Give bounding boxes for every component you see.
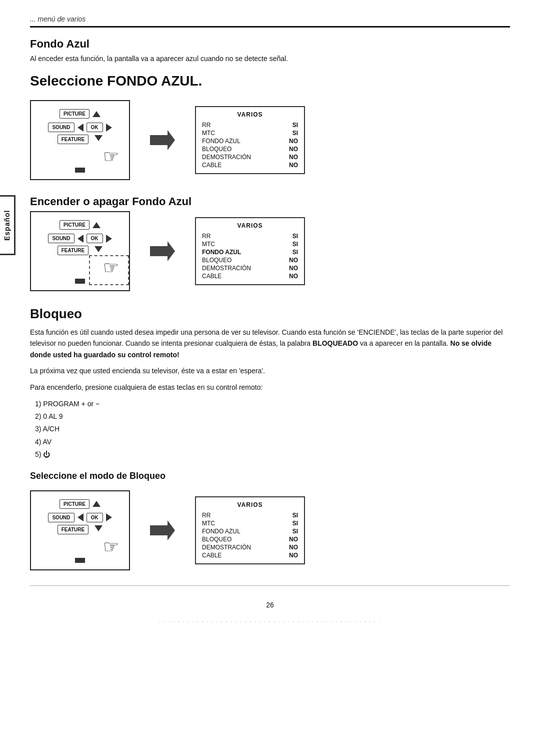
menu-row-highlighted: FONDO AZUL SI bbox=[202, 248, 298, 256]
list-item: 1) PROGRAM + or − bbox=[35, 398, 510, 410]
menu-label: FONDO AZUL bbox=[202, 248, 283, 256]
menu-label: CABLE bbox=[202, 551, 283, 559]
left-arrow-2 bbox=[78, 235, 84, 243]
feature-button-1: FEATURE bbox=[58, 135, 88, 144]
svg-marker-2 bbox=[150, 520, 175, 540]
menu-label: FONDO AZUL bbox=[202, 137, 283, 145]
fondo-azul-desc: Al enceder esta función, la pantalla va … bbox=[30, 54, 510, 64]
menu-value: NO bbox=[283, 272, 298, 280]
selection-overlay bbox=[89, 255, 129, 285]
sound-button-1: SOUND bbox=[48, 123, 74, 132]
menu-label: BLOQUEO bbox=[202, 535, 283, 543]
menu-row: RR SI bbox=[202, 232, 298, 240]
sound-button-2: SOUND bbox=[48, 234, 74, 243]
menu-value: NO bbox=[283, 551, 298, 559]
picture-button-2: PICTURE bbox=[60, 220, 90, 230]
remote-base-2 bbox=[75, 279, 85, 284]
down-arrow-1 bbox=[94, 135, 102, 141]
menu-label: BLOQUEO bbox=[202, 256, 283, 264]
bloqueo-diagram-row: PICTURE SOUND OK FEATURE bbox=[30, 490, 510, 570]
menu-row: MTC SI bbox=[202, 519, 298, 527]
fondo-azul-title: Fondo Azul bbox=[30, 38, 510, 51]
remote-diagram-2: PICTURE SOUND OK FEATURE bbox=[30, 211, 130, 291]
bloqueo-text-2: va a aparecer en la pantalla. bbox=[358, 339, 450, 347]
menu-label: MTC bbox=[202, 240, 283, 248]
hand-icon-3: ☞ bbox=[103, 538, 119, 556]
encender-title: Encender o apagar Fondo Azul bbox=[30, 195, 510, 208]
menu-value: NO bbox=[283, 161, 298, 169]
menu-title-3: VARIOS bbox=[202, 501, 298, 508]
menu-box-2: VARIOS RR SI MTC SI FONDO AZUL SI bbox=[195, 217, 305, 285]
picture-button-1: PICTURE bbox=[60, 109, 90, 119]
remote-control-3: PICTURE SOUND OK FEATURE bbox=[30, 490, 130, 570]
bloqueo-desc-3: La próxima vez que usted encienda su tel… bbox=[30, 365, 510, 376]
menu-value: NO bbox=[283, 137, 298, 145]
menu-row: BLOQUEO NO bbox=[202, 535, 298, 543]
right-arrow-3 bbox=[106, 513, 112, 521]
menu-row: DEMOSTRACIÓN NO bbox=[202, 153, 298, 161]
menu-row: DEMOSTRACIÓN NO bbox=[202, 264, 298, 272]
left-arrow-1 bbox=[78, 124, 84, 132]
list-item: 4) AV bbox=[35, 436, 510, 448]
bloqueo-title: Bloqueo bbox=[30, 306, 510, 322]
encender-section: Encender o apagar Fondo Azul PICTURE SOU… bbox=[30, 195, 510, 291]
menu-value: SI bbox=[283, 527, 298, 535]
menu-value: SI bbox=[283, 511, 298, 519]
menu-box-3: VARIOS RR SI MTC SI FONDO AZUL SI bbox=[195, 496, 305, 564]
fondo-azul-diagram-row: PICTURE SOUND OK FEATURE bbox=[30, 100, 510, 180]
menu-row: MTC SI bbox=[202, 129, 298, 137]
menu-row: CABLE NO bbox=[202, 272, 298, 280]
list-item: 3) A/CH bbox=[35, 423, 510, 435]
menu-value: SI bbox=[283, 240, 298, 248]
bloqueo-list: 1) PROGRAM + or − 2) 0 AL 9 3) A/CH 4) A… bbox=[35, 398, 510, 461]
fondo-azul-select-title: Seleccione FONDO AZUL. bbox=[30, 73, 510, 89]
menu-label: MTC bbox=[202, 519, 283, 527]
menu-label: DEMOSTRACIÓN bbox=[202, 264, 283, 272]
menu-row: RR SI bbox=[202, 121, 298, 129]
menu-row: CABLE NO bbox=[202, 161, 298, 169]
menu-label: MTC bbox=[202, 129, 283, 137]
menu-label: RR bbox=[202, 232, 283, 240]
right-arrow-2 bbox=[106, 235, 112, 243]
menu-label: DEMOSTRACIÓN bbox=[202, 543, 283, 551]
feature-button-3: FEATURE bbox=[58, 525, 88, 534]
menu-row: DEMOSTRACIÓN NO bbox=[202, 543, 298, 551]
menu-title-2: VARIOS bbox=[202, 222, 298, 229]
up-arrow-3 bbox=[92, 501, 100, 507]
up-arrow-1 bbox=[92, 111, 100, 117]
bloqueo-bold-1: BLOQUEADO bbox=[312, 339, 358, 347]
list-item: 5) ⏻ bbox=[35, 448, 510, 461]
menu-label: FONDO AZUL bbox=[202, 527, 283, 535]
svg-marker-0 bbox=[150, 130, 175, 150]
remote-control-2: PICTURE SOUND OK FEATURE bbox=[30, 211, 130, 291]
menu-value: SI bbox=[283, 519, 298, 527]
hand-icon-1: ☞ bbox=[103, 148, 119, 166]
bloqueo-section: Bloqueo Esta función es útil cuando uste… bbox=[30, 306, 510, 570]
arrow-right-2 bbox=[150, 239, 175, 264]
sound-button-3: SOUND bbox=[48, 513, 74, 522]
ok-button-2: OK bbox=[86, 234, 103, 243]
ok-button-3: OK bbox=[86, 513, 103, 522]
menu-title-1: VARIOS bbox=[202, 111, 298, 118]
menu-value: NO bbox=[283, 264, 298, 272]
menu-label: CABLE bbox=[202, 272, 283, 280]
arrow-right-3 bbox=[150, 518, 175, 543]
menu-value: NO bbox=[283, 543, 298, 551]
menu-label: CABLE bbox=[202, 161, 283, 169]
menu-row: BLOQUEO NO bbox=[202, 145, 298, 153]
menu-value: SI bbox=[283, 248, 298, 256]
menu-value: SI bbox=[283, 129, 298, 137]
sidebar-label: Español bbox=[0, 195, 16, 255]
menu-label: RR bbox=[202, 511, 283, 519]
menu-value: SI bbox=[283, 232, 298, 240]
page-subtitle: ... menú de varios bbox=[30, 15, 510, 23]
menu-row: MTC SI bbox=[202, 240, 298, 248]
menu-row: RR SI bbox=[202, 511, 298, 519]
menu-row: BLOQUEO NO bbox=[202, 256, 298, 264]
fondo-azul-section: Fondo Azul Al enceder esta función, la p… bbox=[30, 38, 510, 180]
menu-value: NO bbox=[283, 153, 298, 161]
menu-label: DEMOSTRACIÓN bbox=[202, 153, 283, 161]
menu-value: NO bbox=[283, 145, 298, 153]
feature-button-2: FEATURE bbox=[58, 246, 88, 255]
arrow-right-1 bbox=[150, 128, 175, 153]
